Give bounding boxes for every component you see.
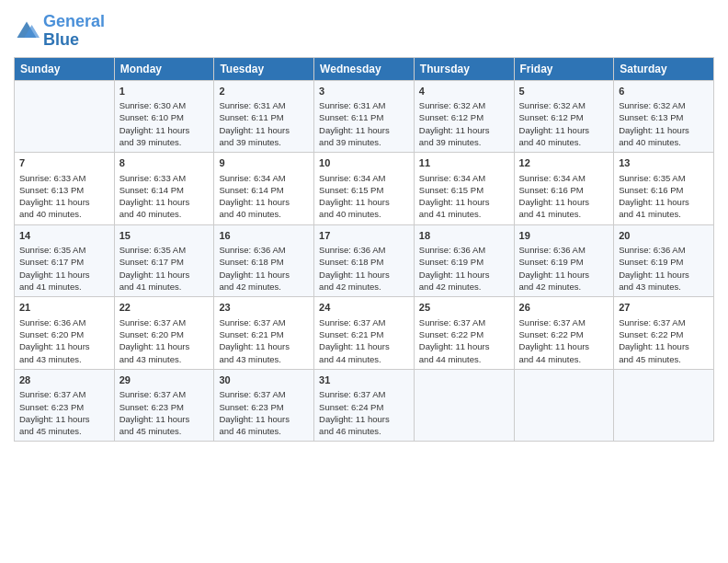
day-number: 17 [319, 229, 409, 243]
day-number: 25 [419, 301, 509, 315]
day-number: 22 [119, 301, 210, 315]
day-info: Sunrise: 6:33 AM Sunset: 6:14 PM Dayligh… [119, 172, 210, 221]
weekday-header-saturday: Saturday [614, 57, 714, 80]
calendar-cell: 7Sunrise: 6:33 AM Sunset: 6:13 PM Daylig… [15, 153, 115, 225]
calendar-cell: 4Sunrise: 6:32 AM Sunset: 6:12 PM Daylig… [414, 80, 514, 153]
day-info: Sunrise: 6:37 AM Sunset: 6:24 PM Dayligh… [319, 388, 409, 437]
day-number: 12 [519, 156, 609, 170]
page-header: General Blue [14, 9, 714, 50]
day-number: 26 [519, 301, 609, 315]
calendar-cell: 2Sunrise: 6:31 AM Sunset: 6:11 PM Daylig… [214, 80, 314, 153]
week-row-2: 7Sunrise: 6:33 AM Sunset: 6:13 PM Daylig… [15, 153, 714, 225]
day-number: 24 [319, 301, 409, 315]
calendar-cell: 25Sunrise: 6:37 AM Sunset: 6:22 PM Dayli… [414, 297, 514, 370]
calendar-cell: 15Sunrise: 6:35 AM Sunset: 6:17 PM Dayli… [114, 224, 214, 297]
calendar-cell: 18Sunrise: 6:36 AM Sunset: 6:19 PM Dayli… [414, 224, 514, 297]
day-info: Sunrise: 6:34 AM Sunset: 6:14 PM Dayligh… [219, 172, 309, 221]
calendar-cell: 26Sunrise: 6:37 AM Sunset: 6:22 PM Dayli… [514, 297, 614, 370]
day-info: Sunrise: 6:35 AM Sunset: 6:17 PM Dayligh… [19, 244, 109, 293]
calendar-cell: 19Sunrise: 6:36 AM Sunset: 6:19 PM Dayli… [514, 224, 614, 297]
day-info: Sunrise: 6:35 AM Sunset: 6:16 PM Dayligh… [619, 172, 709, 221]
day-info: Sunrise: 6:32 AM Sunset: 6:12 PM Dayligh… [519, 99, 609, 148]
day-info: Sunrise: 6:36 AM Sunset: 6:18 PM Dayligh… [319, 244, 409, 293]
calendar-cell: 16Sunrise: 6:36 AM Sunset: 6:18 PM Dayli… [214, 224, 314, 297]
logo-icon [14, 18, 40, 44]
week-row-5: 28Sunrise: 6:37 AM Sunset: 6:23 PM Dayli… [15, 369, 714, 442]
calendar-cell: 27Sunrise: 6:37 AM Sunset: 6:22 PM Dayli… [614, 297, 714, 370]
weekday-header-tuesday: Tuesday [214, 57, 314, 80]
day-info: Sunrise: 6:37 AM Sunset: 6:22 PM Dayligh… [419, 316, 509, 365]
calendar-cell: 13Sunrise: 6:35 AM Sunset: 6:16 PM Dayli… [614, 153, 714, 225]
calendar-cell: 21Sunrise: 6:36 AM Sunset: 6:20 PM Dayli… [15, 297, 115, 370]
day-info: Sunrise: 6:37 AM Sunset: 6:21 PM Dayligh… [319, 316, 409, 365]
day-info: Sunrise: 6:31 AM Sunset: 6:11 PM Dayligh… [319, 99, 409, 148]
day-info: Sunrise: 6:33 AM Sunset: 6:13 PM Dayligh… [19, 172, 109, 221]
day-number: 4 [419, 85, 509, 98]
calendar-cell [15, 80, 115, 153]
week-row-3: 14Sunrise: 6:35 AM Sunset: 6:17 PM Dayli… [15, 224, 714, 297]
day-info: Sunrise: 6:34 AM Sunset: 6:16 PM Dayligh… [519, 172, 609, 221]
logo: General Blue [14, 13, 105, 50]
day-number: 27 [619, 301, 709, 315]
day-info: Sunrise: 6:36 AM Sunset: 6:19 PM Dayligh… [619, 244, 709, 293]
calendar-cell: 1Sunrise: 6:30 AM Sunset: 6:10 PM Daylig… [114, 80, 214, 153]
day-info: Sunrise: 6:37 AM Sunset: 6:23 PM Dayligh… [19, 388, 109, 437]
calendar-body: 1Sunrise: 6:30 AM Sunset: 6:10 PM Daylig… [15, 80, 714, 442]
day-number: 30 [219, 373, 309, 387]
calendar-cell: 30Sunrise: 6:37 AM Sunset: 6:23 PM Dayli… [214, 369, 314, 442]
day-number: 10 [319, 156, 409, 170]
week-row-1: 1Sunrise: 6:30 AM Sunset: 6:10 PM Daylig… [15, 80, 714, 153]
logo-text: General Blue [43, 13, 105, 50]
day-number: 15 [119, 229, 210, 243]
day-info: Sunrise: 6:37 AM Sunset: 6:21 PM Dayligh… [219, 316, 309, 365]
calendar-cell: 29Sunrise: 6:37 AM Sunset: 6:23 PM Dayli… [114, 369, 214, 442]
weekday-header-thursday: Thursday [414, 57, 514, 80]
calendar-cell: 14Sunrise: 6:35 AM Sunset: 6:17 PM Dayli… [15, 224, 115, 297]
calendar-cell: 6Sunrise: 6:32 AM Sunset: 6:13 PM Daylig… [614, 80, 714, 153]
day-info: Sunrise: 6:31 AM Sunset: 6:11 PM Dayligh… [219, 99, 309, 148]
day-info: Sunrise: 6:34 AM Sunset: 6:15 PM Dayligh… [319, 172, 409, 221]
day-number: 18 [419, 229, 509, 243]
week-row-4: 21Sunrise: 6:36 AM Sunset: 6:20 PM Dayli… [15, 297, 714, 370]
calendar-cell: 31Sunrise: 6:37 AM Sunset: 6:24 PM Dayli… [314, 369, 415, 442]
weekday-header-row: SundayMondayTuesdayWednesdayThursdayFrid… [15, 57, 714, 80]
day-number: 2 [219, 85, 309, 98]
day-number: 8 [119, 156, 210, 170]
calendar-cell: 3Sunrise: 6:31 AM Sunset: 6:11 PM Daylig… [314, 80, 415, 153]
calendar-cell: 8Sunrise: 6:33 AM Sunset: 6:14 PM Daylig… [114, 153, 214, 225]
calendar-cell: 10Sunrise: 6:34 AM Sunset: 6:15 PM Dayli… [314, 153, 415, 225]
day-number: 5 [519, 85, 609, 98]
weekday-header-sunday: Sunday [15, 57, 115, 80]
day-info: Sunrise: 6:37 AM Sunset: 6:22 PM Dayligh… [519, 316, 609, 365]
calendar-cell: 20Sunrise: 6:36 AM Sunset: 6:19 PM Dayli… [614, 224, 714, 297]
day-info: Sunrise: 6:36 AM Sunset: 6:20 PM Dayligh… [19, 316, 109, 365]
calendar-cell: 23Sunrise: 6:37 AM Sunset: 6:21 PM Dayli… [214, 297, 314, 370]
day-info: Sunrise: 6:36 AM Sunset: 6:18 PM Dayligh… [219, 244, 309, 293]
day-info: Sunrise: 6:35 AM Sunset: 6:17 PM Dayligh… [119, 244, 210, 293]
day-number: 14 [19, 229, 109, 243]
calendar-cell: 28Sunrise: 6:37 AM Sunset: 6:23 PM Dayli… [15, 369, 115, 442]
day-number: 11 [419, 156, 509, 170]
day-info: Sunrise: 6:36 AM Sunset: 6:19 PM Dayligh… [519, 244, 609, 293]
day-number: 16 [219, 229, 309, 243]
day-number: 7 [19, 156, 109, 170]
day-number: 28 [19, 373, 109, 387]
day-info: Sunrise: 6:37 AM Sunset: 6:22 PM Dayligh… [619, 316, 709, 365]
day-number: 1 [119, 85, 210, 98]
page-container: General Blue SundayMondayTuesdayWednesda… [0, 0, 728, 451]
day-number: 20 [619, 229, 709, 243]
day-number: 19 [519, 229, 609, 243]
calendar-cell: 24Sunrise: 6:37 AM Sunset: 6:21 PM Dayli… [314, 297, 415, 370]
day-number: 6 [619, 85, 709, 98]
day-info: Sunrise: 6:37 AM Sunset: 6:20 PM Dayligh… [119, 316, 210, 365]
calendar-cell [514, 369, 614, 442]
calendar-cell [614, 369, 714, 442]
day-info: Sunrise: 6:34 AM Sunset: 6:15 PM Dayligh… [419, 172, 509, 221]
day-info: Sunrise: 6:32 AM Sunset: 6:12 PM Dayligh… [419, 99, 509, 148]
calendar-cell [414, 369, 514, 442]
day-info: Sunrise: 6:36 AM Sunset: 6:19 PM Dayligh… [419, 244, 509, 293]
weekday-header-monday: Monday [114, 57, 214, 80]
day-number: 29 [119, 373, 210, 387]
day-number: 13 [619, 156, 709, 170]
calendar-cell: 12Sunrise: 6:34 AM Sunset: 6:16 PM Dayli… [514, 153, 614, 225]
